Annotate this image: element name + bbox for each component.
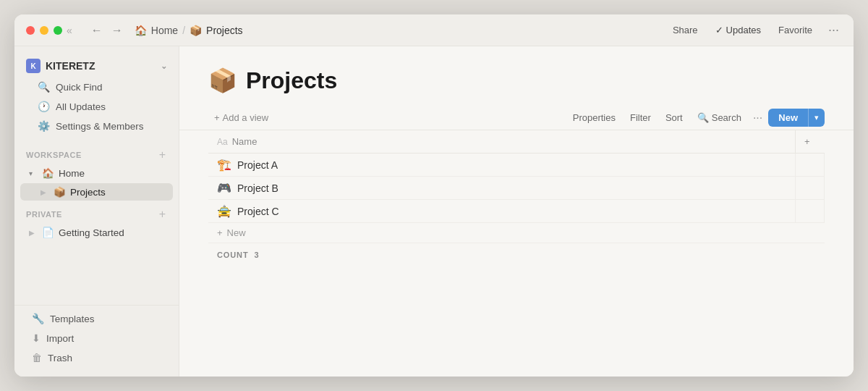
breadcrumb-home-label[interactable]: Home <box>151 25 178 36</box>
sidebar-item-home[interactable]: ▾ 🏠 Home <box>20 164 173 182</box>
getting-started-emoji-icon: 📄 <box>42 227 54 238</box>
workspace-section-header: WORKSPACE + <box>14 142 179 164</box>
add-view-plus-icon: + <box>214 112 220 123</box>
row-emoji-icon: 🎮 <box>217 181 231 195</box>
all-updates-icon: 🕐 <box>38 101 50 112</box>
expand-arrow-icon: ▾ <box>29 169 38 177</box>
sidebar-item-quick-find[interactable]: 🔍 Quick Find <box>26 77 167 96</box>
workspace-name[interactable]: K KITERETZ ⌄ <box>20 55 173 77</box>
row-emoji-icon: 🚖 <box>217 204 231 218</box>
content-area: 📦 Projects + Add a view Properties Filte… <box>179 46 854 377</box>
sidebar-item-label: Quick Find <box>56 82 103 93</box>
back-button[interactable]: ← <box>88 22 106 38</box>
toolbar-right: Properties Filter Sort 🔍 Search ··· New … <box>567 109 825 127</box>
database-table: Aa Name + 🏗️ Projec <box>208 130 825 223</box>
breadcrumb-home-emoji: 🏠 <box>135 25 147 36</box>
traffic-lights <box>26 26 62 35</box>
updates-button[interactable]: ✓ Updates <box>711 22 765 38</box>
sidebar-top: K KITERETZ ⌄ 🔍 Quick Find 🕐 All Updates … <box>14 52 179 142</box>
titlebar: « ← → 🏠 Home / 📦 Projects Share ✓ Update… <box>14 14 854 46</box>
trash-icon: 🗑 <box>32 352 42 363</box>
row-name-label: Project C <box>237 206 279 217</box>
expand-arrow-icon: ▶ <box>41 188 49 196</box>
search-icon: 🔍 <box>697 112 709 123</box>
forward-button[interactable]: → <box>109 22 126 38</box>
page-header: 📦 Projects <box>179 46 854 106</box>
row-name-cell: 🚖 Project C <box>208 200 796 223</box>
name-col-label: Name <box>232 136 258 147</box>
sidebar-item-label: Settings & Members <box>56 121 144 132</box>
sort-button[interactable]: Sort <box>660 109 689 126</box>
properties-button[interactable]: Properties <box>567 109 621 126</box>
toolbar-more-button[interactable]: ··· <box>750 110 765 126</box>
sidebar-item-label: Import <box>46 333 74 344</box>
row-name-cell: 🎮 Project B <box>208 177 796 200</box>
sidebar-item-templates[interactable]: 🔧 Templates <box>20 309 173 328</box>
titlebar-actions: Share ✓ Updates Favorite ··· <box>668 21 842 39</box>
share-button[interactable]: Share <box>668 22 702 38</box>
new-caret-button[interactable]: ▾ <box>808 109 825 127</box>
sidebar-item-trash[interactable]: 🗑 Trash <box>20 348 173 367</box>
private-section-label: PRIVATE <box>26 210 62 219</box>
expand-arrow-icon: ▶ <box>29 229 38 237</box>
new-row-label: New <box>227 227 246 238</box>
new-button-group: New ▾ <box>768 109 825 127</box>
breadcrumb-current-label[interactable]: Projects <box>206 25 243 36</box>
nav-buttons: ← → <box>88 22 126 38</box>
breadcrumb-separator: / <box>182 25 185 36</box>
search-button[interactable]: 🔍 Search <box>692 109 747 126</box>
import-icon: ⬇ <box>32 332 41 344</box>
sidebar-item-all-updates[interactable]: 🕐 All Updates <box>26 97 167 116</box>
row-empty-cell <box>796 200 825 223</box>
sidebar-item-import[interactable]: ⬇ Import <box>20 329 173 348</box>
sidebar-collapse-button[interactable]: « <box>62 23 77 38</box>
row-emoji-icon: 🏗️ <box>217 158 231 172</box>
table-area: Aa Name + 🏗️ Projec <box>179 130 854 377</box>
app-window: « ← → 🏠 Home / 📦 Projects Share ✓ Update… <box>14 14 854 377</box>
minimize-button[interactable] <box>40 26 48 35</box>
workspace-icon: K <box>26 59 41 73</box>
sidebar-item-getting-started[interactable]: ▶ 📄 Getting Started <box>20 224 173 241</box>
projects-emoji-icon: 📦 <box>54 186 66 198</box>
count-label: COUNT <box>217 251 249 259</box>
table-row[interactable]: 🚖 Project C <box>208 200 825 223</box>
workspace-add-button[interactable]: + <box>158 149 167 161</box>
sidebar-item-label: Templates <box>50 314 95 324</box>
sidebar-item-label: All Updates <box>56 101 106 112</box>
workspace-section-label: WORKSPACE <box>26 151 82 159</box>
row-empty-cell <box>796 177 825 200</box>
name-col-type-icon: Aa <box>217 137 228 147</box>
add-view-button[interactable]: + Add a view <box>208 109 274 126</box>
updates-check-icon: ✓ <box>715 25 723 35</box>
add-column-button[interactable]: + <box>796 130 825 154</box>
sidebar-item-projects[interactable]: ▶ 📦 Projects <box>20 183 173 201</box>
maximize-button[interactable] <box>54 26 62 35</box>
sidebar-item-label: Projects <box>70 187 106 198</box>
private-section-header: PRIVATE + <box>14 201 179 223</box>
table-row[interactable]: 🎮 Project B <box>208 177 825 200</box>
settings-icon: ⚙️ <box>38 120 50 132</box>
close-button[interactable] <box>26 26 35 35</box>
filter-button[interactable]: Filter <box>624 109 657 126</box>
table-row[interactable]: 🏗️ Project A <box>208 154 825 177</box>
private-add-button[interactable]: + <box>158 209 167 220</box>
page-title-row: 📦 Projects <box>208 67 825 94</box>
main-layout: K KITERETZ ⌄ 🔍 Quick Find 🕐 All Updates … <box>14 46 854 377</box>
sidebar-item-label: Getting Started <box>59 227 124 238</box>
new-row-plus-icon: + <box>217 227 223 238</box>
workspace-chevron-icon: ⌄ <box>161 62 167 71</box>
name-column-header[interactable]: Aa Name <box>208 130 796 154</box>
search-label: Search <box>712 112 741 123</box>
sidebar-item-label: Trash <box>48 353 72 363</box>
count-row: COUNT 3 <box>208 243 825 266</box>
breadcrumb-current-emoji: 📦 <box>190 25 202 36</box>
titlebar-more-button[interactable]: ··· <box>825 21 842 39</box>
row-name-label: Project B <box>237 182 278 194</box>
sidebar-bottom: 🔧 Templates ⬇ Import 🗑 Trash <box>14 305 179 371</box>
page-emoji-icon: 📦 <box>208 67 237 94</box>
page-title: Projects <box>246 67 337 94</box>
new-row-button[interactable]: + New <box>208 223 825 243</box>
sidebar-item-settings[interactable]: ⚙️ Settings & Members <box>26 117 167 135</box>
favorite-button[interactable]: Favorite <box>774 22 817 38</box>
new-main-button[interactable]: New <box>768 109 808 127</box>
